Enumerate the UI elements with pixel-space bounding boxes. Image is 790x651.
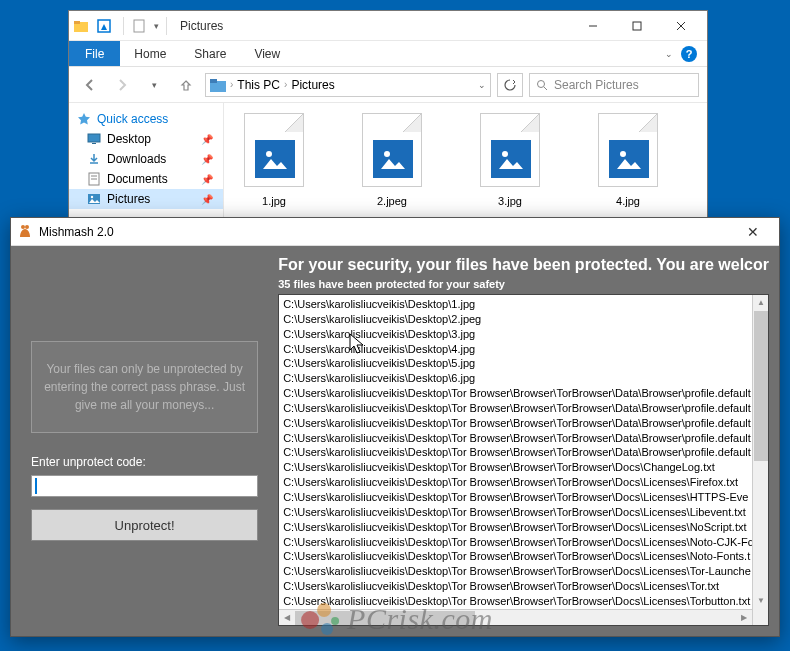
minimize-button[interactable]: [571, 12, 615, 40]
titlebar[interactable]: ▾ Pictures: [69, 11, 707, 41]
file-path: C:\Users\karolisliucveikis\Desktop\Tor B…: [283, 549, 764, 564]
scroll-left-icon[interactable]: ◀: [279, 610, 295, 626]
vertical-scrollbar[interactable]: ▲ ▼: [752, 295, 768, 625]
file-path: C:\Users\karolisliucveikis\Desktop\Tor B…: [283, 401, 764, 416]
horizontal-scrollbar[interactable]: ◀ ▶: [279, 609, 752, 625]
svg-rect-12: [88, 134, 100, 142]
dialog-close-button[interactable]: ✕: [733, 220, 773, 244]
file-icon: [362, 113, 422, 187]
file-path: C:\Users\karolisliucveikis\Desktop\Tor B…: [283, 416, 764, 431]
chevron-right-icon[interactable]: ›: [284, 79, 287, 90]
nav-forward-button[interactable]: [109, 72, 135, 98]
file-path: C:\Users\karolisliucveikis\Desktop\1.jpg: [283, 297, 764, 312]
desktop-icon: [87, 133, 101, 145]
file-path: C:\Users\karolisliucveikis\Desktop\Tor B…: [283, 505, 764, 520]
ribbon-view-tab[interactable]: View: [240, 41, 294, 66]
ransom-headline: For your security, your files have been …: [278, 256, 769, 274]
sidebar-documents[interactable]: Documents📌: [69, 169, 223, 189]
help-icon[interactable]: ?: [681, 46, 697, 62]
svg-point-27: [21, 225, 25, 229]
scroll-right-icon[interactable]: ▶: [736, 610, 752, 626]
props-icon[interactable]: [96, 18, 112, 34]
mouse-cursor-icon: [348, 332, 366, 356]
file-path: C:\Users\karolisliucveikis\Desktop\5.jpg: [283, 356, 764, 371]
ransom-dialog: Mishmash 2.0 ✕ Your files can only be un…: [10, 217, 780, 637]
file-path: C:\Users\karolisliucveikis\Desktop\Tor B…: [283, 564, 764, 579]
search-input[interactable]: Search Pictures: [529, 73, 699, 97]
file-name: 2.jpeg: [377, 195, 407, 207]
svg-rect-3: [134, 20, 144, 32]
picture-icon: [87, 193, 101, 205]
file-path: C:\Users\karolisliucveikis\Desktop\6.jpg: [283, 371, 764, 386]
ribbon: File Home Share View ⌄ ?: [69, 41, 707, 67]
scroll-up-icon[interactable]: ▲: [753, 295, 769, 311]
dialog-titlebar[interactable]: Mishmash 2.0 ✕: [11, 218, 779, 246]
pin-icon: 📌: [201, 154, 213, 165]
svg-rect-1: [74, 21, 80, 24]
address-dropdown-icon[interactable]: ⌄: [478, 80, 486, 90]
svg-line-11: [544, 87, 547, 90]
refresh-button[interactable]: [497, 73, 523, 97]
code-label: Enter unprotect code:: [31, 455, 258, 469]
chevron-right-icon[interactable]: ›: [230, 79, 233, 90]
file-name: 1.jpg: [262, 195, 286, 207]
file-path: C:\Users\karolisliucveikis\Desktop\Tor B…: [283, 475, 764, 490]
file-icon: [244, 113, 304, 187]
nav-back-button[interactable]: [77, 72, 103, 98]
file-path: C:\Users\karolisliucveikis\Desktop\Tor B…: [283, 594, 764, 609]
ribbon-share-tab[interactable]: Share: [180, 41, 240, 66]
scroll-thumb[interactable]: [295, 611, 475, 625]
maximize-button[interactable]: [615, 12, 659, 40]
nav-recent-icon[interactable]: ▾: [141, 72, 167, 98]
download-icon: [87, 152, 101, 166]
file-icon: [480, 113, 540, 187]
file-name: 3.jpg: [498, 195, 522, 207]
unprotect-button[interactable]: Unprotect!: [31, 509, 258, 541]
svg-point-22: [384, 151, 390, 157]
document-icon: [88, 172, 100, 186]
svg-point-20: [266, 151, 272, 157]
close-button[interactable]: [659, 12, 703, 40]
star-icon: [77, 112, 91, 126]
svg-point-18: [91, 196, 93, 198]
file-path: C:\Users\karolisliucveikis\Desktop\Tor B…: [283, 579, 764, 594]
file-path: C:\Users\karolisliucveikis\Desktop\2.jpe…: [283, 312, 764, 327]
file-path: C:\Users\karolisliucveikis\Desktop\Tor B…: [283, 386, 764, 401]
sidebar-pictures[interactable]: Pictures📌: [69, 189, 223, 209]
scroll-down-icon[interactable]: ▼: [753, 593, 769, 609]
svg-rect-5: [633, 22, 641, 30]
code-input[interactable]: [31, 475, 258, 497]
file-path: C:\Users\karolisliucveikis\Desktop\Tor B…: [283, 460, 764, 475]
dialog-title: Mishmash 2.0: [39, 225, 114, 239]
sidebar-desktop[interactable]: Desktop📌: [69, 129, 223, 149]
search-icon: [536, 79, 548, 91]
svg-point-28: [25, 225, 29, 229]
window-title: Pictures: [180, 19, 223, 33]
scroll-thumb[interactable]: [754, 311, 768, 461]
folder-icon: [73, 18, 89, 34]
file-name: 4.jpg: [616, 195, 640, 207]
file-path: C:\Users\karolisliucveikis\Desktop\Tor B…: [283, 490, 764, 505]
breadcrumb[interactable]: › This PC › Pictures ⌄: [205, 73, 491, 97]
file-icon: [598, 113, 658, 187]
breadcrumb-pc[interactable]: This PC: [237, 78, 280, 92]
file-path: C:\Users\karolisliucveikis\Desktop\Tor B…: [283, 445, 764, 460]
file-path: C:\Users\karolisliucveikis\Desktop\Tor B…: [283, 520, 764, 535]
svg-point-10: [538, 80, 545, 87]
svg-rect-9: [210, 79, 217, 83]
qat-dropdown-icon[interactable]: ▾: [154, 21, 159, 31]
file-path: C:\Users\karolisliucveikis\Desktop\Tor B…: [283, 431, 764, 446]
svg-point-26: [620, 151, 626, 157]
doc-icon[interactable]: [131, 18, 147, 34]
sidebar-downloads[interactable]: Downloads📌: [69, 149, 223, 169]
app-icon: [17, 224, 33, 240]
ransom-subhead: 35 files have been protected for your sa…: [278, 278, 769, 290]
sidebar-quick-access[interactable]: Quick access: [69, 109, 223, 129]
ribbon-home-tab[interactable]: Home: [120, 41, 180, 66]
breadcrumb-location[interactable]: Pictures: [291, 78, 334, 92]
pin-icon: 📌: [201, 174, 213, 185]
ribbon-file-tab[interactable]: File: [69, 41, 120, 66]
ribbon-collapse-icon[interactable]: ⌄: [665, 49, 673, 59]
svg-rect-13: [92, 143, 96, 144]
nav-up-button[interactable]: [173, 72, 199, 98]
